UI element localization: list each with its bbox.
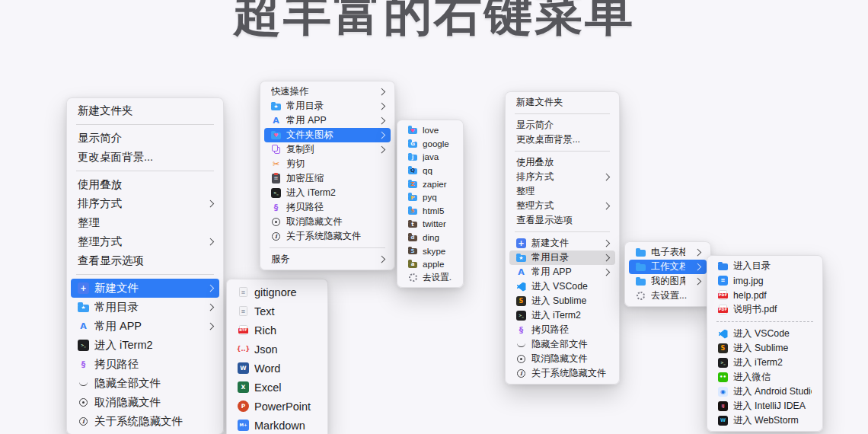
menu-item[interactable]: 进入 VSCode — [509, 279, 615, 294]
menu-item[interactable]: 快速操作 — [264, 85, 391, 99]
menu-item[interactable]: PPowerPoint — [231, 397, 324, 416]
menu-item[interactable]: Ppyq — [401, 190, 459, 204]
menu-item[interactable]: XExcel — [231, 378, 324, 397]
menu-item[interactable]: Sskype — [401, 244, 459, 257]
menu-item-label: 关于系统隐藏文件 — [531, 367, 608, 380]
menu-item[interactable]: >_进入 iTerm2 — [264, 186, 391, 200]
menu-item-label: 整理方式 — [78, 235, 198, 249]
menu-item[interactable]: 进入 VSCode — [711, 327, 819, 341]
text-file-icon: ≡ — [238, 305, 249, 317]
menu-item[interactable]: 新建文件夹 — [71, 101, 219, 120]
vscode-icon — [718, 329, 728, 339]
menu-item[interactable]: 取消隐藏文件 — [71, 393, 219, 412]
menu-item[interactable]: 取消隐藏文件 — [264, 215, 391, 229]
menu-item[interactable]: §拷贝路径 — [509, 323, 615, 337]
menu-item[interactable]: 取消隐藏文件 — [509, 352, 615, 366]
menu-item[interactable]: {..}Json — [231, 340, 324, 359]
menu-item[interactable]: 5html5 — [401, 204, 459, 218]
menu-item[interactable]: 服务 — [264, 252, 391, 266]
menu-item[interactable]: WWord — [231, 359, 324, 378]
menu-item[interactable]: 整理 — [509, 184, 615, 199]
menu-item[interactable]: i关于系统隐藏文件 — [509, 366, 615, 381]
menu-item-label: 取消隐藏文件 — [531, 353, 608, 365]
menu-item[interactable]: Qqq — [401, 164, 459, 177]
menu-item[interactable]: 整理 — [71, 213, 219, 232]
menu-item[interactable]: IJ进入 IntelliJ IDEA — [711, 399, 819, 413]
menu-item[interactable]: +新建文件 — [71, 279, 219, 298]
menu-item[interactable]: ♥love — [401, 123, 459, 137]
menu-item[interactable]: 排序方式 — [71, 194, 219, 213]
menu-item[interactable]: 使用叠放 — [509, 155, 615, 170]
menu-item[interactable]: RTFRich — [231, 321, 324, 340]
menu-item[interactable]: 复制到 — [264, 142, 391, 157]
menu-item[interactable]: 工作文档 — [629, 260, 707, 274]
menu-item[interactable]: 新建文件夹 — [509, 95, 615, 110]
menu-item[interactable]: W进入 WebStorm — [711, 413, 819, 428]
menu-item[interactable]: Jjava — [401, 150, 459, 164]
menu-item[interactable]: +新建文件 — [509, 236, 615, 251]
menu-item[interactable]: ttwitter — [401, 217, 459, 231]
menu-item[interactable]: §拷贝路径 — [264, 200, 391, 215]
menu-item[interactable]: i关于系统隐藏文件 — [71, 412, 219, 431]
menu-item[interactable]: 去设置... — [401, 271, 459, 285]
menu-item[interactable]: 显示简介 — [509, 118, 615, 132]
menu-item[interactable]: 使用叠放 — [71, 175, 219, 194]
menu-item-label: 隐藏全部文件 — [531, 338, 608, 351]
menu-item[interactable]: 隐藏全部文件 — [71, 374, 219, 393]
menu-item[interactable]: 电子表格 — [629, 245, 707, 260]
menu-item[interactable]: 查看显示选项 — [71, 251, 219, 270]
menu-item-label: 进入微信 — [733, 371, 812, 384]
menu-item[interactable]: 去设置... — [629, 289, 707, 303]
menu-item[interactable]: 我的图库 — [629, 274, 707, 289]
menu-item[interactable]: 更改桌面背景... — [71, 148, 219, 167]
menu-item-label: 整理 — [78, 215, 212, 230]
menu-item[interactable]: 显示简介 — [71, 129, 219, 148]
menu-item[interactable]: 整理方式 — [509, 199, 615, 213]
markdown-icon: M+ — [238, 420, 249, 431]
menu-item[interactable]: A常用 APP — [264, 113, 391, 128]
eye-icon — [516, 354, 526, 364]
menu-item[interactable]: PDF说明书.pdf — [711, 302, 819, 317]
menu-item[interactable]: ≡Text — [231, 302, 324, 321]
menu-separator — [76, 171, 214, 171]
menu-item[interactable]: ≡gitignore — [231, 282, 324, 302]
menu-item[interactable]: ♥文件夹图标 — [264, 128, 391, 142]
menu-item-label: PowerPoint — [254, 400, 317, 413]
menu-item[interactable]: PDFhelp.pdf — [711, 288, 819, 302]
menu-item[interactable]: 排序方式 — [509, 170, 615, 184]
scissors-icon: ✂ — [271, 159, 281, 169]
menu-item[interactable]: ••进入微信 — [711, 370, 819, 385]
menu-item[interactable]: >_进入 iTerm2 — [509, 308, 615, 323]
menu-item[interactable]: dding — [401, 231, 459, 244]
menu-item[interactable]: 隐藏全部文件 — [509, 337, 615, 352]
menu-item[interactable]: ★常用目录 — [71, 298, 219, 317]
folder-pyq-icon: P — [408, 193, 417, 202]
menu-item[interactable]: 查看显示选项 — [509, 213, 615, 228]
folder-icon-submenu: ♥loveGgoogleJjavaQqqZzapierPpyq5html5ttw… — [397, 120, 464, 288]
menu-item[interactable]: 整理方式 — [71, 232, 219, 251]
menu-item[interactable]: A常用 APP — [509, 265, 615, 279]
menu-item[interactable]: Zzapier — [401, 177, 459, 190]
menu-item[interactable]: ★常用目录 — [509, 251, 615, 265]
menu-item[interactable]: S进入 Sublime — [509, 294, 615, 308]
menu-item[interactable]: ✂剪切 — [264, 157, 391, 171]
menu-item[interactable]: M+Markdown — [231, 416, 324, 434]
menu-item[interactable]: i关于系统隐藏文件 — [264, 229, 391, 244]
menu-item-label: help.pdf — [733, 290, 812, 301]
menu-item[interactable]: ◉进入 Android Studio — [711, 385, 819, 399]
menu-item[interactable]: ≡img.jpg — [711, 273, 819, 288]
menu-item[interactable]: >_进入 iTerm2 — [71, 336, 219, 355]
menu-item[interactable]: 进入目录 — [711, 259, 819, 273]
menu-item[interactable]: Ggoogle — [401, 137, 459, 151]
menu-item[interactable]: A常用 APP — [71, 317, 219, 336]
chevron-right-icon — [602, 203, 609, 209]
menu-item[interactable]: §拷贝路径 — [71, 355, 219, 374]
menu-item[interactable]: 更改桌面背景... — [509, 132, 615, 147]
menu-item[interactable]: >_进入 iTerm2 — [711, 356, 819, 370]
menu-item[interactable]: S进入 Sublime — [711, 341, 819, 356]
menu-item-label: google — [423, 139, 452, 148]
chevron-right-icon — [206, 304, 213, 311]
menu-item[interactable]: aapple — [401, 257, 459, 271]
menu-item[interactable]: ★常用目录 — [264, 99, 391, 113]
menu-item[interactable]: ≡加密压缩 — [264, 171, 391, 186]
